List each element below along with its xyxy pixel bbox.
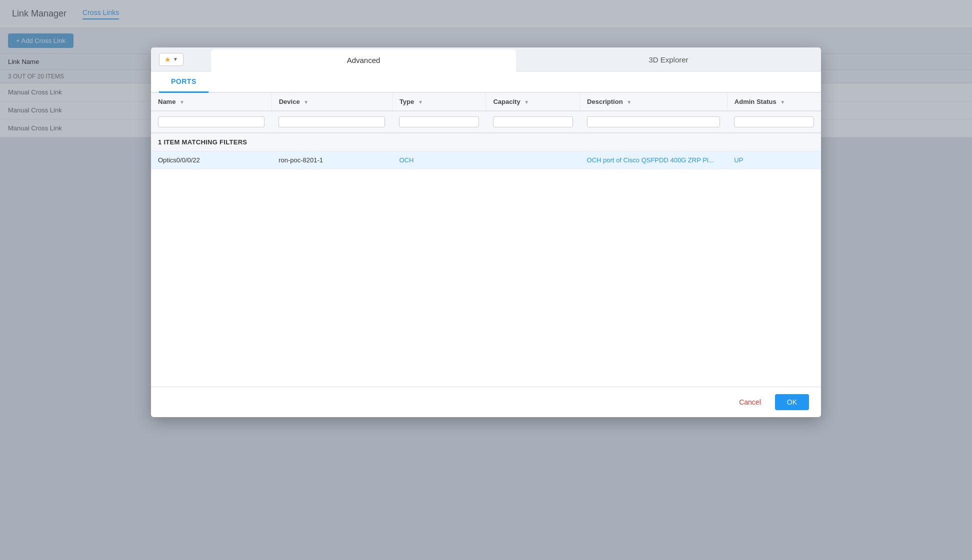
modal-top-tabs: ★ ▼ Advanced 3D Explorer bbox=[151, 47, 821, 71]
col-header-description[interactable]: Description ▼ bbox=[580, 93, 728, 111]
table-row[interactable]: Optics0/0/0/22 ron-poc-8201-1 OCH OCH po… bbox=[151, 151, 821, 169]
table-container: Name ▼ Device ▼ Type ▼ Capacity bbox=[151, 93, 821, 387]
col-header-type[interactable]: Type ▼ bbox=[392, 93, 486, 111]
admin-status-link[interactable]: UP bbox=[734, 156, 743, 164]
filter-description-input[interactable] bbox=[587, 116, 720, 127]
col-header-device[interactable]: Device ▼ bbox=[272, 93, 392, 111]
cell-admin-status[interactable]: UP bbox=[727, 151, 821, 169]
cancel-button[interactable]: Cancel bbox=[731, 394, 769, 410]
ok-button[interactable]: OK bbox=[775, 394, 809, 410]
cell-description[interactable]: OCH port of Cisco QSFPDD 400G ZRP Pl... bbox=[580, 151, 728, 169]
matching-filters-row: 1 ITEM MATCHING FILTERS bbox=[151, 133, 821, 151]
sort-icon-admin-status: ▼ bbox=[780, 99, 785, 105]
cell-capacity bbox=[486, 151, 580, 169]
sort-icon-device: ▼ bbox=[304, 99, 308, 105]
col-header-capacity[interactable]: Capacity ▼ bbox=[486, 93, 580, 111]
filter-device-input[interactable] bbox=[278, 116, 385, 127]
modal-dialog: ★ ▼ Advanced 3D Explorer PORTS Na bbox=[151, 47, 821, 417]
chevron-down-icon: ▼ bbox=[173, 56, 178, 62]
sort-icon-description: ▼ bbox=[626, 99, 632, 105]
subtab-ports[interactable]: PORTS bbox=[159, 71, 208, 93]
description-link[interactable]: OCH port of Cisco QSFPDD 400G ZRP Pl... bbox=[587, 156, 714, 164]
col-header-name[interactable]: Name ▼ bbox=[151, 93, 272, 111]
modal-overlay: ★ ▼ Advanced 3D Explorer PORTS Na bbox=[0, 0, 972, 560]
modal-footer: Cancel OK bbox=[151, 387, 821, 417]
star-filter-button[interactable]: ★ ▼ bbox=[159, 53, 184, 66]
filter-type-input[interactable] bbox=[399, 116, 479, 127]
ports-subtabs: PORTS bbox=[151, 71, 821, 93]
type-link[interactable]: OCH bbox=[399, 156, 414, 164]
filter-capacity-input[interactable] bbox=[493, 116, 573, 127]
filter-adminstatus-input[interactable] bbox=[734, 116, 814, 127]
star-icon: ★ bbox=[164, 55, 171, 63]
filter-row bbox=[151, 111, 821, 133]
filter-name-input[interactable] bbox=[158, 116, 264, 127]
tab-advanced[interactable]: Advanced bbox=[211, 49, 516, 71]
cell-type[interactable]: OCH bbox=[392, 151, 486, 169]
col-header-admin-status[interactable]: Admin Status ▼ bbox=[727, 93, 821, 111]
cell-device: ron-poc-8201-1 bbox=[272, 151, 392, 169]
sort-icon-name: ▼ bbox=[180, 99, 184, 105]
sort-icon-capacity: ▼ bbox=[524, 99, 529, 105]
tab-3d-explorer[interactable]: 3D Explorer bbox=[516, 49, 821, 71]
cell-name: Optics0/0/0/22 bbox=[151, 151, 272, 169]
ports-table: Name ▼ Device ▼ Type ▼ Capacity bbox=[151, 93, 821, 169]
sort-icon-type: ▼ bbox=[418, 99, 423, 105]
